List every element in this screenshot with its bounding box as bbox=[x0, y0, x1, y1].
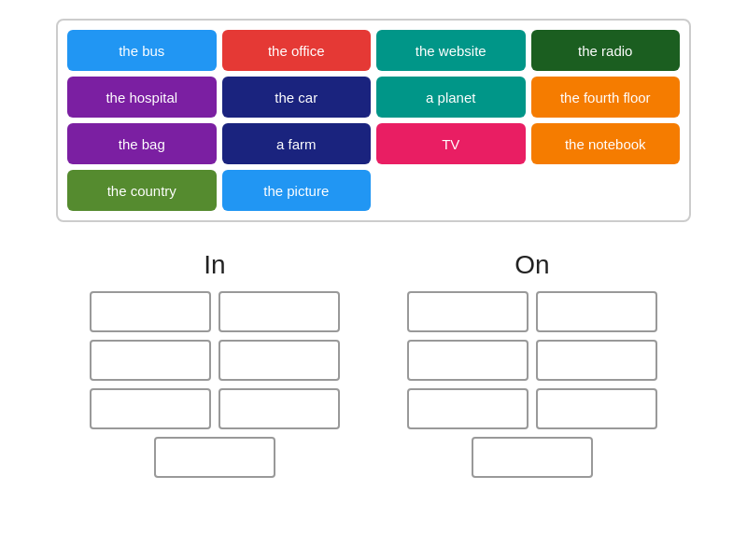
in-column: In bbox=[84, 250, 345, 478]
word-chip[interactable]: a farm bbox=[222, 123, 372, 164]
word-chip[interactable]: the hospital bbox=[67, 77, 217, 118]
on-drop-cell[interactable] bbox=[536, 291, 657, 332]
in-drop-cell[interactable] bbox=[218, 340, 340, 381]
word-chip[interactable]: the fourth floor bbox=[531, 77, 681, 118]
on-drop-cell[interactable] bbox=[407, 388, 529, 429]
on-title: On bbox=[514, 250, 549, 280]
word-chip[interactable]: the notebook bbox=[531, 123, 681, 164]
word-bank: the busthe officethe websitethe radiothe… bbox=[56, 19, 691, 222]
in-drop-grid bbox=[90, 291, 340, 429]
in-drop-cell[interactable] bbox=[90, 340, 211, 381]
on-drop-last-row bbox=[472, 437, 593, 478]
on-drop-cell[interactable] bbox=[472, 437, 593, 478]
in-drop-cell[interactable] bbox=[154, 437, 275, 478]
word-chip[interactable]: the bus bbox=[67, 30, 217, 71]
on-drop-grid bbox=[407, 291, 657, 429]
in-drop-cell[interactable] bbox=[90, 291, 211, 332]
on-drop-cell[interactable] bbox=[536, 388, 657, 429]
word-chip[interactable]: the picture bbox=[222, 170, 372, 211]
in-drop-last-row bbox=[154, 437, 275, 478]
in-title: In bbox=[204, 250, 225, 280]
word-chip[interactable]: TV bbox=[376, 123, 526, 164]
word-chip[interactable]: the bag bbox=[67, 123, 217, 164]
on-drop-cell[interactable] bbox=[536, 340, 657, 381]
in-drop-cell[interactable] bbox=[218, 388, 340, 429]
drop-section: In On bbox=[56, 250, 691, 478]
in-drop-cell[interactable] bbox=[90, 388, 211, 429]
on-drop-cell[interactable] bbox=[407, 291, 529, 332]
word-chip[interactable]: the office bbox=[222, 30, 372, 71]
word-chip[interactable]: the radio bbox=[531, 30, 681, 71]
word-chip[interactable]: a planet bbox=[376, 77, 526, 118]
main-container: the busthe officethe websitethe radiothe… bbox=[0, 0, 747, 497]
on-drop-cell[interactable] bbox=[407, 340, 529, 381]
in-drop-cell[interactable] bbox=[218, 291, 340, 332]
on-column: On bbox=[402, 250, 663, 478]
word-chip[interactable]: the country bbox=[67, 170, 217, 211]
word-chip[interactable]: the car bbox=[222, 77, 372, 118]
word-chip[interactable]: the website bbox=[376, 30, 526, 71]
